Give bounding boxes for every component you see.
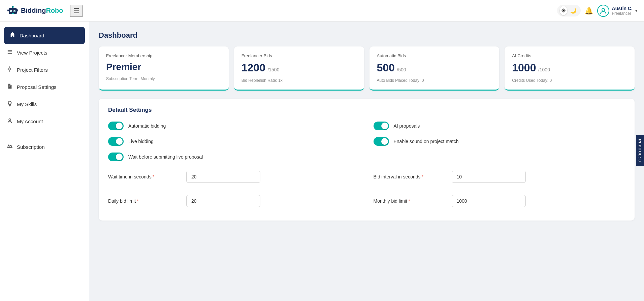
user-menu[interactable]: Austin C. Freelancer ▾ [597,5,637,17]
field-row-daily-bid: Daily bid limit* [108,195,360,207]
user-role: Freelancer [612,11,633,16]
field-label-monthly-bid: Monthly bid limit* [374,198,448,204]
toggle-row-wait-before: Wait before submitting live proposal [108,153,360,161]
sidebar-item-my-skills[interactable]: My Skills [0,96,89,113]
stat-sub-auto: Auto Bids Placed Today: 0 [377,78,492,83]
toggle-live-bidding[interactable] [108,137,124,146]
light-theme-button[interactable]: ☀ [560,6,567,15]
stat-title-ai: AI Credits [512,53,627,58]
toggle-row-enable-sound: Enable sound on project match [374,137,625,146]
fields-grid: Wait time in seconds* Bid interval in se… [108,171,625,212]
home-icon [9,32,15,39]
sidebar-item-subscription[interactable]: Subscription [0,138,89,156]
main-content: Dashboard Freelancer Membership Premier … [89,22,644,301]
header-right: ☀ 🌙 🔔 Austin C. Freelancer ▾ [557,5,637,17]
filter-icon [7,66,13,74]
stat-sub-membership: Subscription Term: Monthly [106,76,221,81]
sidebar-label-subscription: Subscription [17,144,45,150]
toggle-ai-proposals[interactable] [374,122,389,130]
notification-button[interactable]: 🔔 [585,7,593,15]
toggle-label-enable-sound: Enable sound on project match [394,139,459,144]
svg-rect-13 [8,53,12,54]
stat-value-auto: 500 /500 [377,62,492,74]
stat-card-freelancer-bids: Freelancer Bids 1200 /1500 Bid Replenish… [234,46,364,91]
stat-value-ai: 1000 /1000 [512,62,627,74]
logo-icon [7,5,19,17]
svg-point-16 [9,119,10,121]
in-pool-tab[interactable]: IN POOL: 0 [636,135,644,166]
user-name: Austin C. [612,6,633,11]
sidebar-item-project-filters[interactable]: Project Filters [0,61,89,78]
stats-grid: Freelancer Membership Premier Subscripti… [99,46,635,91]
sidebar-label-my-account: My Account [17,119,43,124]
sidebar-item-proposal-settings[interactable]: Proposal Settings [0,78,89,96]
svg-rect-8 [7,9,9,11]
field-label-bid-interval: Bid interval in seconds* [374,174,448,179]
user-icon [600,7,607,14]
stat-card-freelancer-membership: Freelancer Membership Premier Subscripti… [99,46,229,91]
toggles-grid: Automatic bidding AI proposals [108,122,625,161]
field-input-daily-bid[interactable] [186,195,260,207]
header: BiddingRobo ☰ ☀ 🌙 🔔 Austin C. Freelancer… [0,0,644,22]
theme-toggle: ☀ 🌙 [557,5,581,16]
toggle-label-automatic-bidding: Automatic bidding [128,123,166,129]
settings-section: Default Settings Automatic bidding [99,99,635,221]
stat-sub-bids: Bid Replenish Rate: 1x [242,78,357,83]
field-input-wait-time[interactable] [186,171,260,183]
field-row-monthly-bid: Monthly bid limit* [374,195,625,207]
svg-rect-12 [8,52,12,52]
sidebar-label-project-filters: Project Filters [17,67,48,73]
toggle-automatic-bidding[interactable] [108,122,124,130]
toggle-label-wait-before: Wait before submitting live proposal [128,154,203,160]
sidebar-label-proposal-settings: Proposal Settings [17,84,57,90]
section-title: Default Settings [108,107,625,113]
field-label-daily-bid: Daily bid limit* [108,198,182,204]
svg-point-3 [11,10,12,11]
sidebar-label-dashboard: Dashboard [20,33,44,38]
doc-icon [7,83,13,91]
field-row-bid-interval: Bid interval in seconds* [374,171,625,183]
logo: BiddingRobo [7,5,63,17]
field-input-bid-interval[interactable] [452,171,526,183]
svg-rect-5 [12,13,14,14]
svg-point-4 [14,10,15,11]
layout: Dashboard View Projects Project Filters … [0,22,644,301]
hamburger-button[interactable]: ☰ [70,5,83,17]
sidebar-item-view-projects[interactable]: View Projects [0,44,89,61]
stat-title-membership: Freelancer Membership [106,53,221,58]
field-input-monthly-bid[interactable] [452,195,526,207]
svg-point-15 [9,69,10,70]
list-icon [7,49,13,57]
avatar [597,5,609,17]
stat-card-ai-credits: AI Credits 1000 /1000 Credits Used Today… [505,46,635,91]
bulb-icon [7,100,13,108]
stat-title-auto: Automatic Bids [377,53,492,58]
toggle-label-live-bidding: Live bidding [128,139,154,144]
stat-sub-ai: Credits Used Today: 0 [512,78,627,83]
toggle-label-ai-proposals: AI proposals [394,123,420,129]
sidebar-label-my-skills: My Skills [17,101,37,107]
svg-rect-11 [8,50,12,51]
crown-icon [7,143,13,151]
sidebar-divider [5,134,84,134]
sidebar: Dashboard View Projects Project Filters … [0,22,89,301]
sidebar-item-my-account[interactable]: My Account [0,113,89,130]
svg-rect-9 [17,9,18,11]
stat-value-membership: Premier [106,62,221,72]
header-left: BiddingRobo ☰ [7,5,83,17]
toggle-enable-sound[interactable] [374,137,389,146]
field-row-wait-time: Wait time in seconds* [108,171,360,183]
person-icon [7,118,13,125]
dark-theme-button[interactable]: 🌙 [569,6,578,15]
toggle-row-automatic-bidding: Automatic bidding [108,122,360,130]
toggle-row-ai-proposals: AI proposals [374,122,625,130]
svg-point-7 [12,6,13,7]
toggle-row-live-bidding: Live bidding [108,137,360,146]
chevron-down-icon: ▾ [635,8,637,13]
stat-title-bids: Freelancer Bids [242,53,357,58]
user-info: Austin C. Freelancer [612,6,633,16]
toggle-wait-before[interactable] [108,153,124,161]
stat-value-bids: 1200 /1500 [242,62,357,74]
sidebar-item-dashboard[interactable]: Dashboard [4,27,85,44]
page-title: Dashboard [99,31,635,40]
